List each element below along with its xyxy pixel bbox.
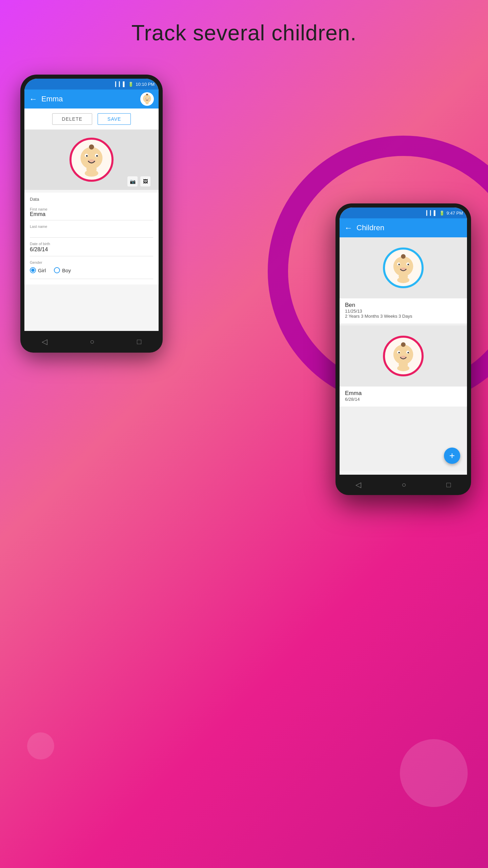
back-button-right[interactable]: ← (344, 223, 352, 233)
gender-options: Girl Boy (30, 264, 153, 276)
svg-point-6 (146, 94, 148, 95)
nav-recent-icon-right[interactable]: □ (446, 480, 451, 489)
svg-point-4 (149, 98, 149, 98)
svg-point-16 (85, 170, 98, 177)
gender-boy-option[interactable]: Boy (54, 267, 71, 273)
status-time-right: 9:47 PM (447, 211, 463, 216)
child-ben-dob: 11/25/13 (345, 309, 462, 314)
last-name-input[interactable] (30, 229, 153, 235)
svg-point-12 (96, 155, 98, 157)
avatar-button[interactable] (140, 92, 154, 106)
boy-label: Boy (62, 268, 71, 273)
nav-home-icon-right[interactable]: ○ (402, 480, 406, 489)
phone-left: ▎▎▌ 🔋 10:10 PM ← Emma (20, 75, 163, 353)
phone-right-nav-bar: ◁ ○ □ (336, 475, 471, 495)
status-time: 10:10 PM (136, 82, 155, 87)
battery-icon-right: 🔋 (439, 211, 445, 216)
last-name-field: Last name (30, 222, 153, 238)
svg-point-21 (407, 264, 409, 265)
gender-label: Gender (30, 260, 153, 264)
gender-girl-option[interactable]: Girl (30, 267, 46, 273)
dob-value[interactable]: 6/28/14 (30, 246, 153, 253)
svg-point-32 (401, 342, 406, 347)
baby-girl-icon-2 (388, 341, 419, 371)
avatar-icons: 📷 🖼 (127, 176, 150, 186)
baby-boy-icon (388, 253, 419, 283)
gender-field: Gender Girl Boy (30, 258, 153, 279)
child-emma-name: Emma (345, 390, 462, 397)
phone-left-nav-bar: ◁ ○ □ (20, 331, 163, 353)
avatar-edit-section: 📷 🖼 (24, 130, 159, 190)
deco-circle-small (400, 739, 468, 807)
edit-actions: DELETE SAVE (24, 108, 159, 130)
nav-recent-icon[interactable]: □ (137, 337, 141, 346)
battery-icon: 🔋 (128, 82, 134, 87)
profile-form: Data First name Last name Date of birth … (24, 193, 159, 284)
phone-right-screen: ▎▎▌ 🔋 9:47 PM ← Children (340, 208, 467, 491)
nav-back-icon-right[interactable]: ◁ (355, 480, 361, 489)
svg-point-23 (401, 254, 406, 259)
child-ben-info: Ben 11/25/13 2 Years 3 Months 3 Weeks 3 … (340, 298, 467, 323)
svg-point-20 (398, 264, 400, 265)
child-ben-avatar (383, 248, 424, 288)
svg-point-7 (145, 101, 149, 104)
page-title: Track several children. (0, 0, 488, 45)
child-ben-name: Ben (345, 302, 462, 309)
child-emma-avatar (383, 336, 424, 376)
deco-circle-tiny (27, 732, 54, 760)
dob-field: Date of birth 6/28/14 (30, 239, 153, 256)
svg-point-30 (407, 352, 409, 354)
delete-button[interactable]: DELETE (52, 113, 92, 125)
baby-avatar-icon (141, 93, 153, 105)
children-list: Ben 11/25/13 2 Years 3 Months 3 Weeks 3 … (340, 237, 467, 471)
phone-left-status-bar: ▎▎▌ 🔋 10:10 PM (24, 79, 159, 90)
phone-left-app-bar: ← Emma (24, 90, 159, 108)
child-ben-avatar-area (340, 237, 467, 298)
svg-point-34 (397, 365, 409, 371)
boy-radio[interactable] (54, 267, 60, 273)
form-section-title: Data (30, 197, 153, 202)
child-card-emma[interactable]: Emma 6/28/14 (340, 326, 467, 407)
phone-right: ▎▎▌ 🔋 9:47 PM ← Children (336, 203, 471, 495)
nav-back-icon[interactable]: ◁ (42, 337, 47, 346)
child-emma-avatar-area (340, 326, 467, 387)
child-emma-info: Emma 6/28/14 (340, 387, 467, 407)
child-emma-dob: 6/28/14 (345, 397, 462, 402)
phone-right-app-bar: ← Children (340, 218, 467, 237)
first-name-input[interactable] (30, 211, 153, 217)
signal-icon: ▎▎▌ (115, 81, 126, 87)
first-name-label: First name (30, 207, 153, 211)
girl-label: Girl (38, 268, 46, 273)
camera-icon-btn[interactable]: 📷 (127, 176, 138, 186)
svg-point-29 (398, 352, 400, 354)
screen-title-right: Children (357, 223, 462, 232)
nav-home-icon[interactable]: ○ (90, 337, 94, 346)
first-name-field: First name (30, 204, 153, 220)
child-card-ben[interactable]: Ben 11/25/13 2 Years 3 Months 3 Weeks 3 … (340, 237, 467, 323)
save-button[interactable]: SAVE (98, 113, 131, 125)
baby-girl-icon (75, 143, 108, 177)
signal-icon-right: ▎▎▌ (426, 210, 437, 216)
svg-point-14 (89, 144, 94, 150)
child-ben-age: 2 Years 3 Months 3 Weeks 3 Days (345, 314, 462, 319)
svg-point-11 (86, 155, 88, 157)
girl-radio[interactable] (30, 267, 36, 273)
phone-left-screen: ▎▎▌ 🔋 10:10 PM ← Emma (24, 79, 159, 349)
last-name-label: Last name (30, 224, 153, 229)
dob-label: Date of birth (30, 242, 153, 246)
gallery-icon-btn[interactable]: 🖼 (140, 176, 150, 186)
svg-point-3 (145, 98, 146, 98)
svg-point-25 (397, 277, 409, 283)
phone-right-status-bar: ▎▎▌ 🔋 9:47 PM (340, 208, 467, 218)
profile-avatar[interactable] (69, 138, 114, 182)
screen-title: Emma (41, 95, 136, 103)
add-child-fab[interactable]: + (444, 448, 460, 464)
back-button[interactable]: ← (29, 94, 37, 104)
